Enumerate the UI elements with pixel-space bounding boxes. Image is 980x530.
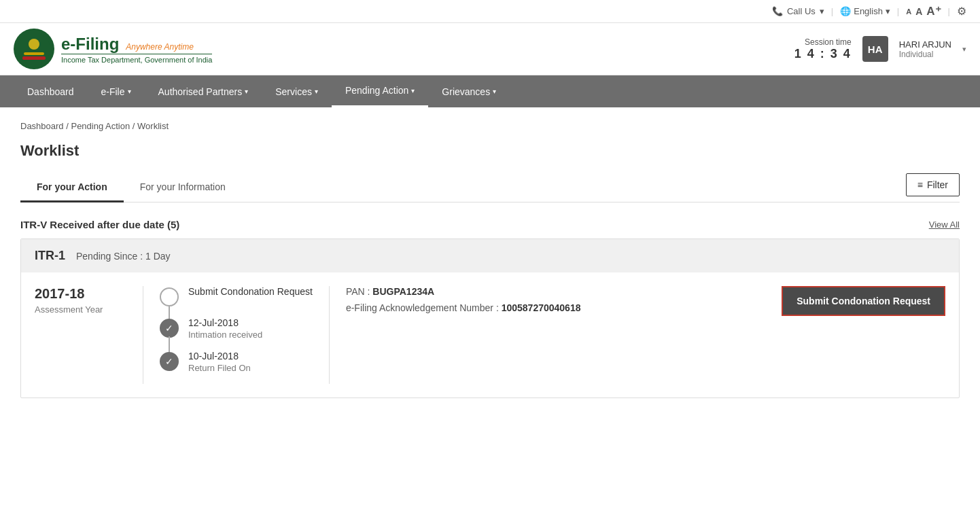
timeline-item-2: ✓ 12-Jul-2018 Intimation received (160, 317, 313, 340)
nav-item-authorised-partners[interactable]: Authorised Partners ▾ (145, 77, 262, 107)
breadcrumb-sep-2: / (133, 121, 137, 131)
tabs-row: For your Action For your Information ≡ F… (20, 173, 960, 202)
nav-label-grievances: Grievances (442, 86, 490, 97)
nav-item-pending-action[interactable]: Pending Action ▾ (332, 75, 428, 107)
page-title: Worklist (20, 142, 960, 160)
nav-label-efile: e-File (101, 86, 125, 97)
call-us-label: Call Us (787, 6, 816, 16)
user-dropdown-arrow[interactable]: ▾ (962, 45, 966, 54)
tab-action-label: For your Action (37, 181, 107, 192)
tl-title-1: Submit Condonation Request (188, 286, 313, 297)
dept-label: Income Tax Department, Government of Ind… (61, 54, 212, 64)
check-icon-2: ✓ (165, 323, 173, 334)
itr-type: ITR-1 (35, 249, 65, 263)
nav-label-pending-action: Pending Action (345, 85, 408, 96)
tl-subtitle-2: Intimation received (188, 330, 262, 340)
header-right: Session time 1 4 : 3 4 HA HARI ARJUN Ind… (794, 36, 966, 62)
user-name: HARI ARJUN (899, 39, 951, 50)
font-small-button[interactable]: A (906, 7, 911, 16)
nav-label-dashboard: Dashboard (27, 86, 74, 97)
action-section: Submit Condonation Request (768, 286, 945, 384)
font-large-button[interactable]: A⁺ (926, 4, 941, 18)
efiling-ack-value: 100587270040618 (502, 302, 581, 313)
timeline-circle-3: ✓ (160, 352, 179, 371)
filter-label: Filter (927, 179, 948, 190)
logo-text: e-Filing Anywhere Anytime Income Tax Dep… (61, 35, 212, 64)
nav-bar: Dashboard e-File ▾ Authorised Partners ▾… (0, 75, 980, 107)
nav-item-dashboard[interactable]: Dashboard (14, 77, 88, 107)
language-selector[interactable]: 🌐 English ▾ (840, 6, 890, 16)
timeline-section: Submit Condonation Request ✓ 12-Jul-2018… (143, 286, 330, 384)
svg-rect-3 (22, 56, 46, 60)
divider-1: | (831, 6, 833, 16)
timeline-content-2: 12-Jul-2018 Intimation received (188, 317, 262, 340)
services-chevron-icon: ▾ (315, 88, 318, 95)
filter-button[interactable]: ≡ Filter (906, 173, 960, 196)
filter-icon: ≡ (917, 179, 923, 190)
anywhere-label: Anywhere Anytime (126, 42, 194, 52)
assessment-year-value: 2017-18 (35, 286, 129, 302)
main-content: Dashboard / Pending Action / Worklist Wo… (0, 107, 980, 515)
efile-chevron-icon: ▾ (128, 88, 131, 95)
pan-label: PAN : (346, 286, 372, 297)
svg-rect-2 (24, 52, 44, 55)
partners-chevron-icon: ▾ (245, 88, 248, 95)
header: e-Filing Anywhere Anytime Income Tax Dep… (0, 23, 980, 75)
breadcrumb-pending-action[interactable]: Pending Action (71, 121, 130, 131)
font-controls: A A A⁺ (906, 4, 941, 18)
pending-since: Pending Since : 1 Day (76, 251, 171, 262)
phone-icon: 📞 (772, 6, 783, 16)
user-info: HARI ARJUN Individual (899, 39, 951, 59)
logo-area: e-Filing Anywhere Anytime Income Tax Dep… (14, 29, 212, 69)
tl-subtitle-3: Return Filed On (188, 363, 251, 373)
section-title: ITR-V Received after due date (5) (20, 219, 179, 230)
nav-item-efile[interactable]: e-File ▾ (88, 77, 145, 107)
language-label: English (854, 6, 883, 16)
timeline-circle-1 (160, 287, 179, 306)
font-medium-button[interactable]: A (915, 6, 922, 17)
timeline-circle-2: ✓ (160, 319, 179, 338)
pending-chevron-icon: ▾ (411, 87, 415, 94)
view-all-link[interactable]: View All (929, 219, 960, 230)
logo-emblem (14, 29, 54, 69)
submit-condonation-button[interactable]: Submit Condonation Request (782, 286, 945, 316)
itr-card: ITR-1 Pending Since : 1 Day 2017-18 Asse… (20, 238, 960, 398)
avatar: HA (862, 36, 888, 62)
tabs: For your Action For your Information (20, 173, 242, 202)
nav-item-services[interactable]: Services ▾ (262, 77, 332, 107)
efiling-label: e-Filing (61, 35, 119, 53)
pan-value: BUGPA1234A (372, 286, 434, 297)
globe-icon: 🌐 (840, 6, 851, 16)
grievances-chevron-icon: ▾ (493, 88, 496, 95)
timeline-content-1: Submit Condonation Request (188, 286, 313, 297)
settings-icon[interactable]: ⚙ (957, 5, 966, 18)
divider-2: | (897, 6, 899, 16)
session-digits: 1 4 : 3 4 (794, 47, 852, 61)
efiling-row: e-Filing Acknowledgement Number : 100587… (346, 302, 752, 313)
nav-label-services: Services (275, 86, 312, 97)
tab-info-label: For your Information (140, 181, 226, 192)
timeline-item-1: Submit Condonation Request (160, 286, 313, 306)
efiling-text: e-Filing Anywhere Anytime (61, 35, 212, 54)
timeline-content-3: 10-Jul-2018 Return Filed On (188, 351, 251, 373)
breadcrumb-dashboard[interactable]: Dashboard (20, 121, 64, 131)
assessment-year-label: Assessment Year (35, 304, 129, 315)
nav-item-grievances[interactable]: Grievances ▾ (428, 77, 510, 107)
breadcrumb: Dashboard / Pending Action / Worklist (20, 121, 960, 131)
section-header: ITR-V Received after due date (5) View A… (20, 219, 960, 230)
tl-title-3: 10-Jul-2018 (188, 351, 251, 361)
breadcrumb-worklist: Worklist (137, 121, 169, 131)
timeline-item-3: ✓ 10-Jul-2018 Return Filed On (160, 351, 313, 373)
lang-chevron: ▾ (886, 6, 890, 16)
tab-for-your-information[interactable]: For your Information (124, 173, 242, 202)
tab-for-your-action[interactable]: For your Action (20, 173, 124, 202)
check-icon-3: ✓ (165, 356, 173, 367)
call-us-chevron: ▾ (820, 6, 824, 16)
call-us-section[interactable]: 📞 Call Us ▾ (772, 6, 824, 16)
nav-label-authorised-partners: Authorised Partners (158, 86, 243, 97)
session-time-area: Session time 1 4 : 3 4 (794, 37, 852, 61)
user-type: Individual (899, 50, 951, 59)
efiling-ack-label: e-Filing Acknowledgement Number : (346, 302, 502, 313)
session-label: Session time (805, 37, 852, 47)
pan-row: PAN : BUGPA1234A (346, 286, 752, 297)
